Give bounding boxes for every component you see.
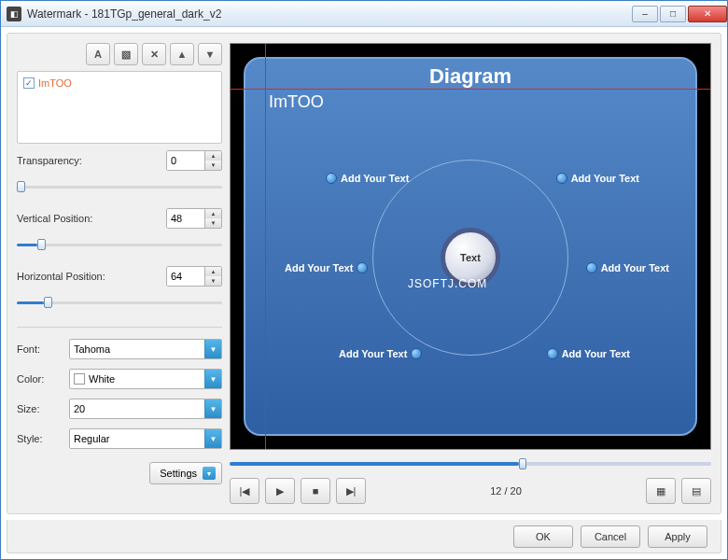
add-image-button[interactable]: ▧ bbox=[114, 43, 138, 65]
size-row: Size: 20 ▼ bbox=[17, 397, 222, 421]
minimize-button[interactable]: – bbox=[632, 6, 658, 22]
font-label: Font: bbox=[17, 343, 62, 355]
apply-button[interactable]: Apply bbox=[648, 525, 707, 548]
vpos-spinner[interactable]: ▲▼ bbox=[166, 208, 222, 229]
size-select[interactable]: 20 ▼ bbox=[69, 399, 222, 419]
chevron-down-icon: ▼ bbox=[204, 370, 221, 388]
transparency-label: Transparency: bbox=[17, 155, 82, 166]
hpos-label: Horizontal Position: bbox=[17, 271, 105, 282]
node-dot-icon bbox=[586, 262, 597, 273]
style-row: Style: Regular ▼ bbox=[17, 427, 222, 451]
divider bbox=[17, 327, 222, 328]
close-button[interactable]: ✕ bbox=[688, 6, 727, 22]
watermark-window: ◧ Watermark - 181TGp_general_dark_v2 – □… bbox=[0, 0, 728, 560]
transparency-input[interactable] bbox=[167, 151, 204, 170]
guide-horizontal[interactable] bbox=[231, 89, 710, 90]
slide-title: Diagram bbox=[245, 64, 695, 89]
settings-button[interactable]: Settings ▼ bbox=[149, 462, 222, 484]
style-value: Regular bbox=[74, 433, 110, 444]
font-value: Tahoma bbox=[74, 343, 110, 355]
image-icon: ▧ bbox=[121, 49, 131, 61]
transparency-spinner[interactable]: ▲▼ bbox=[166, 150, 222, 171]
list-item[interactable]: ✓ ImTOO bbox=[21, 76, 217, 91]
list-item-label: ImTOO bbox=[38, 77, 72, 89]
color-select[interactable]: White ▼ bbox=[69, 369, 222, 389]
diagram-ring bbox=[372, 160, 568, 356]
timeline-slider[interactable] bbox=[230, 457, 711, 470]
chevron-down-icon: ▼ bbox=[204, 340, 221, 358]
hpos-spinner[interactable]: ▲▼ bbox=[166, 266, 222, 287]
right-panel: Diagram Text Add Your Text Add Your Text… bbox=[230, 43, 711, 504]
grid-icon: ▤ bbox=[692, 485, 701, 497]
checkbox-icon[interactable]: ✓ bbox=[23, 77, 35, 89]
vpos-slider[interactable] bbox=[17, 237, 222, 252]
color-label: Color: bbox=[17, 373, 62, 385]
grid-icon: ▦ bbox=[656, 485, 665, 497]
chevron-down-icon: ▼ bbox=[203, 467, 216, 480]
window-title: Watermark - 181TGp_general_dark_v2 bbox=[27, 7, 630, 21]
spin-down-icon[interactable]: ▼ bbox=[205, 161, 221, 170]
watermark-text[interactable]: ImTOO bbox=[269, 92, 324, 112]
color-swatch-icon bbox=[74, 373, 85, 385]
play-icon: ▶ bbox=[276, 485, 284, 497]
guide-vertical[interactable] bbox=[265, 44, 266, 449]
left-panel: A ▧ ✕ ▲ ▼ ✓ ImTOO Transparency: ▲▼ bbox=[17, 43, 222, 504]
playback-controls: |◀ ▶ ■ ▶| 12 / 20 ▦ ▤ bbox=[230, 478, 711, 504]
slide-background: Diagram Text Add Your Text Add Your Text… bbox=[244, 57, 697, 436]
content-area: A ▧ ✕ ▲ ▼ ✓ ImTOO Transparency: ▲▼ bbox=[7, 33, 721, 514]
vpos-label: Vertical Position: bbox=[17, 213, 92, 224]
spin-up-icon[interactable]: ▲ bbox=[205, 267, 221, 276]
size-label: Size: bbox=[17, 403, 62, 414]
delete-button[interactable]: ✕ bbox=[142, 43, 166, 65]
move-up-button[interactable]: ▲ bbox=[170, 43, 194, 65]
spin-up-icon[interactable]: ▲ bbox=[205, 151, 221, 161]
vpos-field: Vertical Position: ▲▼ bbox=[17, 207, 222, 230]
spin-down-icon[interactable]: ▼ bbox=[205, 218, 221, 228]
node-dot-icon bbox=[411, 348, 422, 359]
preview-area[interactable]: Diagram Text Add Your Text Add Your Text… bbox=[230, 43, 711, 450]
node-dot-icon bbox=[547, 348, 558, 359]
font-select[interactable]: Tahoma ▼ bbox=[69, 339, 222, 359]
hpos-field: Horizontal Position: ▲▼ bbox=[17, 265, 222, 287]
style-label: Style: bbox=[17, 433, 62, 444]
stop-button[interactable]: ■ bbox=[301, 478, 330, 504]
maximize-button[interactable]: □ bbox=[660, 6, 686, 22]
node-dot-icon bbox=[556, 173, 567, 184]
spin-up-icon[interactable]: ▲ bbox=[205, 209, 221, 218]
dialog-footer: OK Cancel Apply bbox=[7, 520, 721, 553]
titlebar[interactable]: ◧ Watermark - 181TGp_general_dark_v2 – □… bbox=[1, 1, 727, 27]
vpos-input[interactable] bbox=[167, 209, 204, 228]
page-counter: 12 / 20 bbox=[490, 485, 522, 497]
settings-label: Settings bbox=[160, 468, 197, 479]
cancel-button[interactable]: Cancel bbox=[581, 525, 640, 548]
color-value: White bbox=[89, 373, 115, 385]
next-icon: ▶| bbox=[346, 485, 357, 497]
prev-icon: |◀ bbox=[240, 485, 250, 497]
size-value: 20 bbox=[74, 403, 85, 414]
style-select[interactable]: Regular ▼ bbox=[69, 428, 222, 449]
node-dot-icon bbox=[326, 173, 337, 184]
color-row: Color: White ▼ bbox=[17, 367, 222, 391]
transparency-slider[interactable] bbox=[17, 179, 222, 194]
ok-button[interactable]: OK bbox=[513, 525, 573, 548]
thumbnail-view-b-button[interactable]: ▤ bbox=[681, 478, 711, 504]
chevron-down-icon: ▼ bbox=[204, 399, 221, 418]
hpos-slider[interactable] bbox=[17, 295, 222, 310]
watermark-toolbar: A ▧ ✕ ▲ ▼ bbox=[17, 43, 222, 65]
move-down-button[interactable]: ▼ bbox=[198, 43, 222, 65]
transparency-field: Transparency: ▲▼ bbox=[17, 149, 222, 172]
node-dot-icon bbox=[357, 262, 368, 273]
stop-icon: ■ bbox=[313, 485, 319, 497]
thumbnail-view-a-button[interactable]: ▦ bbox=[646, 478, 676, 504]
hpos-input[interactable] bbox=[167, 267, 204, 286]
add-text-button[interactable]: A bbox=[86, 43, 110, 65]
spin-down-icon[interactable]: ▼ bbox=[205, 276, 221, 286]
app-icon: ◧ bbox=[7, 7, 21, 21]
next-button[interactable]: ▶| bbox=[336, 478, 366, 504]
font-row: Font: Tahoma ▼ bbox=[17, 337, 222, 361]
chevron-down-icon: ▼ bbox=[204, 429, 221, 448]
jsoft-watermark: JSOFTJ.COM bbox=[408, 277, 487, 290]
play-button[interactable]: ▶ bbox=[265, 478, 295, 504]
watermark-list[interactable]: ✓ ImTOO bbox=[17, 71, 222, 144]
prev-button[interactable]: |◀ bbox=[230, 478, 259, 504]
